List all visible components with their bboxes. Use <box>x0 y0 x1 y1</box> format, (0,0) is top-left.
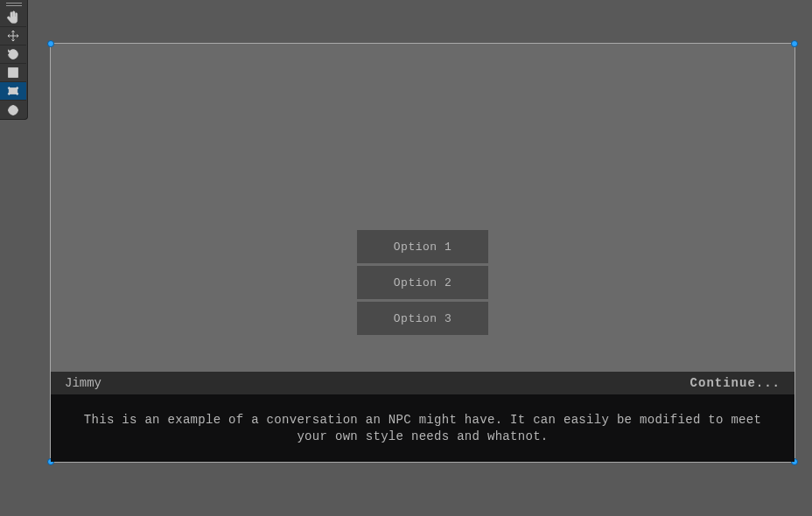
svg-point-5 <box>17 93 18 94</box>
move-tool-button[interactable] <box>0 27 26 45</box>
transform-icon <box>6 103 20 117</box>
rotate-icon <box>6 47 20 61</box>
toolbar <box>0 0 28 120</box>
speaker-name: Jimmy <box>65 376 102 390</box>
move-icon <box>6 29 20 43</box>
option-button-2[interactable]: Option 2 <box>357 266 488 299</box>
option-button-3[interactable]: Option 3 <box>357 302 488 335</box>
toolbar-grip-icon[interactable] <box>0 0 27 9</box>
option-label: Option 3 <box>394 312 452 325</box>
rect-tool-button[interactable] <box>0 82 26 101</box>
svg-rect-1 <box>9 88 17 94</box>
dialog-header: Jimmy Continue... <box>51 372 794 394</box>
resize-handle-tr[interactable] <box>791 40 798 47</box>
continue-button[interactable]: Continue... <box>690 376 780 390</box>
dialog-text: This is an example of a conversation an … <box>75 412 770 445</box>
option-label: Option 2 <box>394 276 452 289</box>
option-list: Option 1 Option 2 Option 3 <box>357 230 488 338</box>
svg-point-3 <box>17 87 18 89</box>
option-button-1[interactable]: Option 1 <box>357 230 488 263</box>
scale-icon <box>6 66 20 80</box>
dialog-body: This is an example of a conversation an … <box>51 394 794 462</box>
option-label: Option 1 <box>394 241 452 254</box>
rotate-tool-button[interactable] <box>0 45 26 64</box>
scale-tool-button[interactable] <box>0 64 26 82</box>
transform-tool-button[interactable] <box>0 101 26 119</box>
svg-point-8 <box>11 105 16 115</box>
resize-handle-tl[interactable] <box>47 40 54 47</box>
hand-tool-button[interactable] <box>0 9 26 27</box>
svg-point-2 <box>8 87 10 89</box>
scene-frame[interactable]: Option 1 Option 2 Option 3 Jimmy Continu… <box>50 43 795 463</box>
hand-icon <box>6 10 20 24</box>
rect-icon <box>6 84 20 98</box>
svg-point-4 <box>8 93 10 94</box>
